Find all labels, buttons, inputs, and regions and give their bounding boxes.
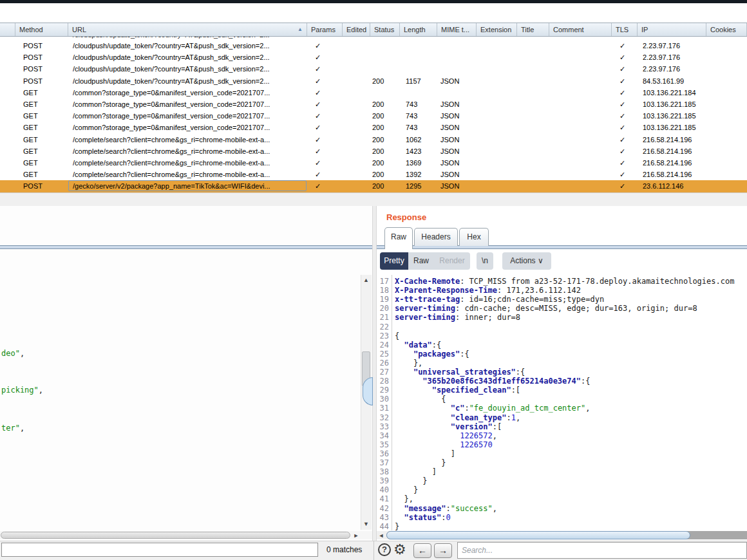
table-row[interactable]: POST/cloudpush/update_token/?country=AT&…	[0, 40, 747, 51]
request-search-input[interactable]	[1, 543, 318, 557]
column-header-label: Extension	[477, 26, 511, 33]
back-button[interactable]: ←	[413, 543, 431, 558]
table-row[interactable]: POST/cloudpush/update_token/?country=AT&…	[0, 75, 747, 87]
column-header-status[interactable]: Status	[370, 23, 400, 36]
line-number: 19	[377, 295, 389, 304]
column-header-tls[interactable]: TLS	[612, 23, 638, 36]
column-header-mime[interactable]: MIME t...	[437, 23, 477, 36]
newline-toggle-button[interactable]: \n	[477, 252, 493, 270]
code-line: 34 1226572,	[377, 431, 747, 440]
render-button[interactable]: Render	[434, 252, 470, 270]
line-number: 24	[377, 341, 389, 350]
table-row[interactable]: GET/common?storage_type=0&manifest_versi…	[0, 110, 747, 122]
code-line: 36 ]	[377, 449, 747, 458]
vertical-splitter[interactable]	[372, 206, 377, 541]
cell-length: 743	[406, 110, 437, 122]
cell-tls: ✓	[619, 87, 638, 98]
cell-mime: JSON	[440, 75, 477, 87]
request-horizontal-scrollbar-thumb[interactable]	[1, 532, 350, 539]
column-header-title[interactable]: Title	[517, 23, 549, 36]
scroll-down-icon[interactable]: ▼	[361, 520, 372, 528]
cell-ip: 216.58.214.196	[643, 169, 706, 180]
line-number: 22	[377, 322, 389, 331]
column-header-ip[interactable]: IP	[638, 23, 706, 36]
raw-button[interactable]: Raw	[408, 252, 434, 270]
splitter-collapse-handle[interactable]	[363, 377, 373, 406]
cell-length: 743	[406, 122, 437, 133]
code-text: },	[395, 494, 413, 503]
table-row-selected[interactable]: POST/gecko/server/v2/package?app_name=Ti…	[0, 180, 747, 192]
scroll-up-icon[interactable]: ▲	[361, 276, 372, 284]
tab-headers[interactable]: Headers	[414, 228, 458, 246]
scroll-left-icon[interactable]: ◄	[377, 532, 385, 539]
column-header-label: Method	[15, 26, 43, 33]
cell-length: 1157	[406, 75, 437, 87]
cell-ip: 103.136.221.185	[643, 98, 706, 110]
table-row[interactable]: GET/complete/search?client=chrome&gs_ri=…	[0, 134, 747, 145]
line-number: 38	[377, 467, 389, 476]
column-header-gutter[interactable]	[0, 23, 15, 36]
column-header-label: Params	[307, 26, 336, 33]
code-line: 25 "packages":{	[377, 350, 747, 359]
actions-dropdown-button[interactable]: Actions ∨	[502, 252, 551, 270]
table-row[interactable]: GET/complete/search?client=chrome&gs_ri=…	[0, 157, 747, 169]
gear-icon[interactable]: ⚙	[393, 541, 406, 558]
cell-ip: 216.58.214.196	[643, 157, 706, 169]
column-header-length[interactable]: Length	[400, 23, 437, 36]
code-text: 1226572,	[395, 431, 497, 440]
line-number: 37	[377, 458, 389, 467]
column-header-url[interactable]: URL▲	[68, 23, 307, 36]
column-header-method[interactable]: Method	[15, 23, 68, 36]
response-code-view[interactable]: 17X-Cache-Remote: TCP_MISS from a23-52-1…	[377, 277, 747, 530]
line-number: 20	[377, 304, 389, 313]
help-icon[interactable]: ?	[378, 543, 391, 556]
column-header-label: Edited	[343, 26, 366, 33]
column-header-cookies[interactable]: Cookies	[706, 23, 747, 36]
table-row[interactable]: GET/common?storage_type=0&manifest_versi…	[0, 87, 747, 98]
cell-method: POST	[23, 51, 68, 63]
table-row[interactable]: GET/complete/search?client=chrome&gs_ri=…	[0, 169, 747, 180]
column-header-label: Cookies	[706, 26, 736, 33]
code-text: x-tt-trace-tag: id=16;cdn-cache=miss;typ…	[395, 295, 604, 304]
code-line: 31 "c":"fe_douyin_ad_tcm_center",	[377, 404, 747, 413]
cell-tls: ✓	[619, 63, 638, 75]
tab-hex[interactable]: Hex	[459, 228, 489, 246]
cell-ip: 2.23.97.176	[643, 51, 706, 63]
cell-status: 200	[372, 157, 400, 169]
table-row[interactable]: POST/cloudpush/update_token/?country=AT&…	[0, 51, 747, 63]
table-row[interactable]: GET/common?storage_type=0&manifest_versi…	[0, 98, 747, 110]
response-search-input[interactable]	[457, 542, 747, 559]
cell-ip: 216.58.214.196	[643, 145, 706, 157]
cell-url: /common?storage_type=0&manifest_version_…	[73, 122, 307, 133]
code-text: "clean_type":1,	[395, 413, 520, 422]
pretty-button[interactable]: Pretty	[380, 252, 408, 270]
code-line: 40 }	[377, 485, 747, 494]
table-row[interactable]: GET/common?storage_type=0&manifest_versi…	[0, 122, 747, 133]
cell-mime: JSON	[440, 180, 477, 192]
scroll-right-icon[interactable]: ►	[352, 532, 361, 539]
column-header-label: Length	[400, 26, 426, 33]
cell-length: 743	[406, 98, 437, 110]
cell-tls: ✓	[619, 40, 638, 51]
code-text: }	[395, 485, 418, 494]
code-text: server-timing: inner; dur=8	[395, 313, 520, 322]
line-number: 42	[377, 504, 389, 513]
cell-ip: 103.136.221.185	[643, 110, 706, 122]
code-text: {	[395, 331, 399, 341]
cell-params: ✓	[315, 75, 343, 87]
response-horizontal-scrollbar-thumb[interactable]	[386, 531, 690, 539]
table-row[interactable]: POST/cloudpush/update_token/?country=AT&…	[0, 63, 747, 75]
tab-raw[interactable]: Raw	[384, 227, 413, 249]
table-row[interactable]: GET/complete/search?client=chrome&gs_ri=…	[0, 145, 747, 157]
column-header-extension[interactable]: Extension	[477, 23, 517, 36]
cell-method: GET	[23, 122, 68, 133]
cell-url: /common?storage_type=0&manifest_version_…	[73, 87, 307, 98]
horizontal-splitter[interactable]	[0, 192, 747, 206]
cell-length: 1062	[406, 134, 437, 145]
cell-tls: ✓	[619, 75, 638, 87]
forward-button[interactable]: →	[434, 543, 452, 558]
column-header-edited[interactable]: Edited	[343, 23, 370, 36]
column-header-params[interactable]: Params	[307, 23, 343, 36]
column-header-comment[interactable]: Comment	[549, 23, 612, 36]
column-header-label: Comment	[549, 26, 584, 33]
